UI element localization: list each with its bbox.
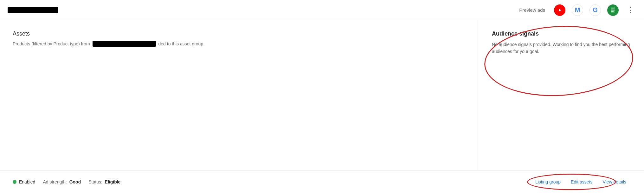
status-meta: Status: Eligible [88,179,120,184]
ad-strength-label: Ad strength: [43,179,67,184]
status-enabled: Enabled [13,179,35,184]
listing-group-link[interactable]: Listing group [530,177,566,187]
status-label2: Status: [88,179,102,184]
assets-title: Assets [13,30,466,37]
footer: Enabled Ad strength: Good Status: Eligib… [0,170,644,193]
audience-signals-text: No audience signals provided. Working to… [492,41,631,55]
header-right: Preview ads M G ⋮ [519,4,636,16]
sheets-icon[interactable] [607,4,619,16]
assets-section: Assets Products (filtered by Product typ… [0,20,479,170]
edit-assets-link[interactable]: Edit assets [566,177,597,187]
status-label: Enabled [19,179,35,184]
assets-description-before: Products (filtered by Product type) from [13,41,90,46]
svg-rect-3 [611,9,615,9]
footer-left: Enabled Ad strength: Good Status: Eligib… [13,179,120,184]
view-details-link[interactable]: View details [598,177,631,187]
more-options-icon[interactable]: ⋮ [625,4,636,16]
assets-redacted [93,41,156,47]
status-value: Eligible [105,179,121,184]
audience-signals-title: Audience signals [492,30,631,37]
audience-section: Audience signals No audience signals pro… [479,20,644,170]
svg-rect-4 [611,10,615,10]
ad-strength-meta: Ad strength: Good [43,179,81,184]
footer-right: Listing group Edit assets View details [530,177,631,187]
ad-strength-value: Good [69,179,81,184]
youtube-icon[interactable] [554,4,565,16]
preview-ads-text: Preview ads [519,7,545,13]
logo-redacted [8,7,58,13]
assets-description-after: ded to this asset group [158,41,203,46]
google-icon[interactable]: G [589,4,601,16]
header: Preview ads M G ⋮ [0,0,644,20]
header-left [8,7,58,13]
enabled-status-dot [13,180,16,184]
svg-rect-5 [611,11,614,12]
main-content: Assets Products (filtered by Product typ… [0,20,644,170]
gmail-icon[interactable]: M [572,4,583,16]
assets-description: Products (filtered by Product type) from… [13,41,466,47]
